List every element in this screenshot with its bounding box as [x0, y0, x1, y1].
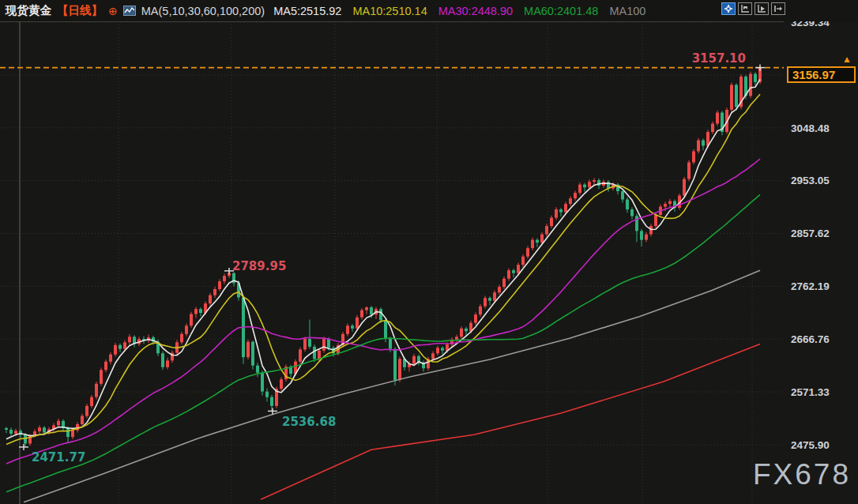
price-annotation: 2471.77 [32, 450, 85, 465]
price-up-arrow-icon: ▲ [842, 54, 852, 65]
candle-body [90, 397, 93, 406]
candle-body [180, 334, 183, 343]
candle-body [441, 348, 444, 351]
candle-body [702, 141, 705, 146]
instrument-name: 现货黄金 [6, 3, 51, 18]
ma-settings-label[interactable]: MA(5,10,30,60,100,200) [141, 5, 265, 17]
candle-body [564, 204, 567, 213]
candle-body [270, 397, 273, 406]
candle-body [57, 421, 60, 426]
price-chart[interactable]: 3239.343048.482953.052857.622762.192666.… [0, 0, 858, 504]
candle-body [583, 185, 586, 188]
candle-body [356, 318, 359, 329]
candle-body [190, 314, 193, 326]
candle-body [512, 270, 515, 273]
candle-body [555, 209, 558, 218]
price-axis-label: 2571.33 [791, 386, 830, 398]
candle-body [460, 329, 463, 337]
candle-body [521, 257, 525, 265]
candle-body [370, 307, 373, 314]
candle-body [303, 339, 307, 349]
candle-body [621, 191, 624, 200]
candle-body [66, 428, 70, 437]
ma-value-label[interactable]: MA100 [609, 5, 645, 17]
ma5-line [6, 79, 760, 438]
candle-body [360, 310, 363, 318]
candle-body [265, 392, 269, 397]
candle-body [550, 218, 553, 227]
candle-body [365, 307, 368, 310]
chart-type-icon[interactable] [123, 6, 136, 16]
candle-body [654, 215, 657, 226]
candles [5, 68, 762, 447]
candle-body [488, 298, 491, 301]
candle-body [398, 359, 401, 380]
candle-body [574, 193, 577, 198]
candle-body [498, 287, 501, 292]
candle-body [749, 73, 752, 96]
candle-body [209, 295, 212, 304]
price-axis-label: 2666.76 [791, 333, 830, 345]
candle-body [256, 366, 259, 373]
ma-value-label[interactable]: MA10:2510.14 [352, 5, 427, 17]
candle-body [687, 163, 691, 179]
candle-body [194, 309, 198, 314]
candle-body [664, 204, 667, 207]
candle-body [14, 431, 17, 434]
candle-body [322, 339, 326, 351]
price-annotation: 3157.10 [692, 51, 746, 66]
ma-value-label[interactable]: MA60:2401.48 [524, 5, 598, 17]
candle-body [161, 353, 164, 367]
price-axis-label: 2953.05 [791, 175, 830, 186]
candle-body [540, 235, 544, 243]
price-annotation: 2536.68 [282, 415, 336, 429]
candle-body [313, 347, 316, 359]
circle-plus-icon[interactable]: ⊕ [108, 6, 118, 17]
price-axis-label: 3048.48 [791, 122, 830, 134]
candle-body [104, 362, 107, 370]
candle-body [9, 430, 13, 434]
timeframe-label[interactable]: 【日线】 [57, 3, 103, 18]
crosshair-button[interactable] [721, 2, 736, 15]
candle-body [526, 248, 529, 257]
candle-body [351, 325, 354, 329]
candle-body [412, 356, 416, 364]
candle-body [645, 235, 648, 240]
candle-body [308, 339, 311, 347]
candle-body [735, 85, 738, 107]
candle-body [299, 349, 302, 361]
ma-value-label[interactable]: MA5:2515.92 [273, 5, 341, 17]
candle-body [683, 179, 686, 196]
x-axis-scale-button[interactable] [755, 2, 769, 15]
candle-body [213, 289, 216, 295]
candle-body [346, 325, 349, 334]
candle-body [465, 329, 468, 332]
candle-body [716, 113, 719, 124]
price-axis-label: 2857.62 [791, 228, 830, 239]
candle-body [502, 279, 506, 288]
candle-body [261, 373, 264, 392]
ma30-line [6, 159, 760, 464]
candle-body [38, 427, 41, 431]
candle-body [754, 73, 757, 82]
y-axis-scale-button[interactable] [738, 2, 752, 15]
candle-body [246, 342, 250, 358]
shift-right-button[interactable] [771, 2, 785, 15]
ma-values: MA5:2515.92MA10:2510.14MA30:2448.90MA60:… [273, 5, 645, 17]
candle-body [24, 434, 27, 443]
candle-body [668, 201, 672, 205]
candle-body [71, 431, 74, 437]
candle-body [474, 314, 477, 323]
ma-value-label[interactable]: MA30:2448.90 [438, 5, 513, 17]
candle-body [5, 428, 8, 430]
candle-body [531, 240, 534, 249]
candle-body [119, 345, 122, 349]
price-axis-label: 2475.90 [791, 439, 830, 451]
candle-body [327, 339, 330, 348]
chart-toolbar [721, 2, 785, 15]
extreme-markers [19, 65, 765, 450]
candle-body [697, 141, 700, 152]
candle-body [507, 270, 510, 279]
candle-body [109, 355, 112, 362]
candle-body [626, 200, 629, 210]
